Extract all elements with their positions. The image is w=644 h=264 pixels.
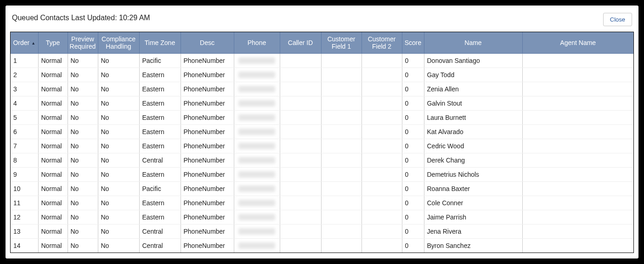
redacted-phone — [238, 228, 275, 235]
col-header-compliance[interactable]: Compliance Handling — [98, 32, 139, 54]
col-header-score[interactable]: Score — [402, 32, 424, 54]
redacted-phone — [238, 157, 275, 163]
col-header-cf1[interactable]: Customer Field 1 — [321, 32, 362, 54]
cell-tz: Eastern — [139, 82, 181, 96]
cell-type: Normal — [38, 96, 68, 111]
cell-agent — [522, 182, 633, 196]
col-header-cf2[interactable]: Customer Field 2 — [362, 32, 402, 54]
cell-compliance: No — [98, 239, 139, 253]
table-row[interactable]: 13NormalNoNoCentralPhoneNumber0Jena Rive… — [11, 225, 633, 239]
cell-compliance: No — [98, 82, 139, 96]
col-header-preview[interactable]: Preview Required — [68, 32, 98, 54]
cell-cf2 — [362, 54, 402, 68]
table-row[interactable]: 9NormalNoNoEasternPhoneNumber0Demetrius … — [11, 168, 633, 182]
cell-name: Jaime Parrish — [424, 210, 522, 225]
cell-cf2 — [362, 182, 402, 196]
col-header-type[interactable]: Type — [38, 32, 68, 54]
table-row[interactable]: 14NormalNoNoCentralPhoneNumber0Byron San… — [11, 239, 633, 253]
cell-name: Galvin Stout — [424, 96, 522, 111]
cell-preview: No — [68, 210, 98, 225]
table-row[interactable]: 4NormalNoNoEasternPhoneNumber0Galvin Sto… — [11, 96, 633, 111]
cell-cf2 — [362, 210, 402, 225]
cell-score: 0 — [402, 182, 424, 196]
cell-cf1 — [321, 54, 362, 68]
cell-order: 5 — [11, 111, 38, 125]
col-header-name[interactable]: Name — [424, 32, 522, 54]
table-row[interactable]: 8NormalNoNoCentralPhoneNumber0Derek Chan… — [11, 153, 633, 168]
cell-order: 3 — [11, 82, 38, 96]
cell-agent — [522, 125, 633, 139]
cell-callerid — [280, 168, 321, 182]
col-header-label: Order — [13, 39, 29, 46]
table-row[interactable]: 7NormalNoNoEasternPhoneNumber0Cedric Woo… — [11, 139, 633, 153]
cell-compliance: No — [98, 111, 139, 125]
cell-name: Kat Alvarado — [424, 125, 522, 139]
cell-name: Derek Chang — [424, 153, 522, 168]
cell-cf2 — [362, 139, 402, 153]
cell-type: Normal — [38, 54, 68, 68]
cell-type: Normal — [38, 82, 68, 96]
table-row[interactable]: 11NormalNoNoEasternPhoneNumber0Cole Conn… — [11, 196, 633, 210]
cell-tz: Eastern — [139, 68, 181, 82]
cell-preview: No — [68, 225, 98, 239]
col-header-phone[interactable]: Phone — [234, 32, 280, 54]
cell-cf2 — [362, 239, 402, 253]
cell-name: Gay Todd — [424, 68, 522, 82]
table-row[interactable]: 5NormalNoNoEasternPhoneNumber0Laura Burn… — [11, 111, 633, 125]
cell-cf1 — [321, 125, 362, 139]
cell-type: Normal — [38, 182, 68, 196]
cell-score: 0 — [402, 96, 424, 111]
col-header-agent[interactable]: Agent Name — [522, 32, 633, 54]
cell-callerid — [280, 82, 321, 96]
table-row[interactable]: 10NormalNoNoPacificPhoneNumber0Roanna Ba… — [11, 182, 633, 196]
cell-preview: No — [68, 153, 98, 168]
cell-preview: No — [68, 125, 98, 139]
cell-callerid — [280, 139, 321, 153]
cell-cf2 — [362, 111, 402, 125]
cell-phone — [234, 153, 280, 168]
cell-compliance: No — [98, 225, 139, 239]
col-header-label: Time Zone — [145, 39, 175, 46]
cell-type: Normal — [38, 225, 68, 239]
cell-compliance: No — [98, 96, 139, 111]
topbar: Queued Contacts Last Updated: 10:29 AM C… — [10, 13, 634, 32]
cell-phone — [234, 96, 280, 111]
cell-desc: PhoneNumber — [181, 82, 234, 96]
cell-cf1 — [321, 168, 362, 182]
table-row[interactable]: 1NormalNoNoPacificPhoneNumber0Donovan Sa… — [11, 54, 633, 68]
col-header-label: Score — [405, 39, 422, 46]
cell-preview: No — [68, 196, 98, 210]
cell-cf1 — [321, 153, 362, 168]
cell-callerid — [280, 210, 321, 225]
cell-order: 9 — [11, 168, 38, 182]
cell-score: 0 — [402, 210, 424, 225]
cell-type: Normal — [38, 196, 68, 210]
col-header-order[interactable]: Order▲ — [11, 32, 38, 54]
cell-type: Normal — [38, 153, 68, 168]
cell-callerid — [280, 182, 321, 196]
cell-cf1 — [321, 68, 362, 82]
cell-score: 0 — [402, 139, 424, 153]
table-row[interactable]: 6NormalNoNoEasternPhoneNumber0Kat Alvara… — [11, 125, 633, 139]
cell-preview: No — [68, 68, 98, 82]
cell-order: 12 — [11, 210, 38, 225]
redacted-phone — [238, 171, 275, 178]
cell-type: Normal — [38, 168, 68, 182]
cell-score: 0 — [402, 153, 424, 168]
col-header-label: Name — [464, 39, 481, 46]
cell-cf2 — [362, 153, 402, 168]
table-row[interactable]: 12NormalNoNoEasternPhoneNumber0Jaime Par… — [11, 210, 633, 225]
cell-compliance: No — [98, 210, 139, 225]
close-button[interactable]: Close — [603, 13, 632, 26]
table-row[interactable]: 2NormalNoNoEasternPhoneNumber0Gay Todd — [11, 68, 633, 82]
cell-tz: Eastern — [139, 210, 181, 225]
cell-cf1 — [321, 225, 362, 239]
sort-asc-icon: ▲ — [31, 41, 35, 45]
col-header-tz[interactable]: Time Zone — [139, 32, 181, 54]
cell-preview: No — [68, 168, 98, 182]
cell-desc: PhoneNumber — [181, 196, 234, 210]
cell-type: Normal — [38, 210, 68, 225]
table-row[interactable]: 3NormalNoNoEasternPhoneNumber0Zenia Alle… — [11, 82, 633, 96]
col-header-callerid[interactable]: Caller ID — [280, 32, 321, 54]
col-header-desc[interactable]: Desc — [181, 32, 234, 54]
